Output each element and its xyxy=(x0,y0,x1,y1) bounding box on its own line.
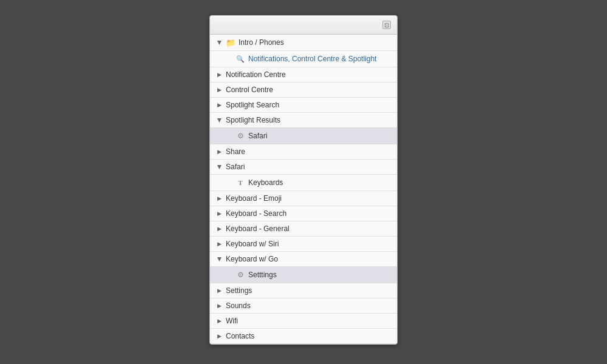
tree-item-keyboards-sub[interactable]: TKeyboards xyxy=(210,175,397,191)
item-label: Keyboard w/ Go xyxy=(226,255,278,263)
arrow-icon xyxy=(215,286,223,295)
panel-collapse-icon[interactable] xyxy=(382,21,391,29)
arrow-icon xyxy=(215,163,223,171)
arrow-icon xyxy=(215,317,223,325)
arrow-icon xyxy=(215,86,223,94)
item-label: Share xyxy=(226,147,245,156)
tree-item-keyboard-go[interactable]: Keyboard w/ Go xyxy=(210,252,397,267)
tree-item-control-centre[interactable]: Control Centre xyxy=(210,83,397,98)
gear-icon: ⚙ xyxy=(236,270,245,280)
item-label: Sounds xyxy=(226,302,251,310)
arrow-icon xyxy=(215,116,223,124)
tree-item-keyboard-siri[interactable]: Keyboard w/ Siri xyxy=(210,237,397,252)
item-label: Notification Centre xyxy=(226,70,286,79)
arrow-icon xyxy=(215,147,223,156)
tree-list: 📁Intro / Phones🔍Notifications, Control C… xyxy=(210,35,397,344)
item-label: Intro / Phones xyxy=(239,38,284,47)
arrow-icon xyxy=(215,38,223,47)
arrow-icon xyxy=(215,101,223,109)
tree-item-intro-phones[interactable]: 📁Intro / Phones xyxy=(210,35,397,51)
item-label: Safari xyxy=(226,163,245,171)
item-label: Keyboard - Search xyxy=(226,209,287,218)
tree-item-wifi[interactable]: Wifi xyxy=(210,314,397,329)
arrow-icon xyxy=(215,332,223,340)
arrow-icon xyxy=(215,302,223,310)
item-label: Spotlight Search xyxy=(226,101,279,109)
item-label: Safari xyxy=(248,132,267,140)
item-label: Notifications, Control Centre & Spotligh… xyxy=(248,55,376,63)
item-label: Contacts xyxy=(226,332,254,340)
item-label: Control Centre xyxy=(226,86,273,94)
tree-item-settings[interactable]: Settings xyxy=(210,283,397,298)
gear-icon: ⚙ xyxy=(236,131,245,141)
folder-icon: 📁 xyxy=(226,38,236,47)
panel: 📁Intro / Phones🔍Notifications, Control C… xyxy=(209,15,398,345)
tree-item-sounds[interactable]: Sounds xyxy=(210,298,397,314)
item-label: Keyboard w/ Siri xyxy=(226,240,279,248)
tree-item-notification-centre[interactable]: Notification Centre xyxy=(210,67,397,83)
arrow-icon xyxy=(215,224,223,233)
panel-header xyxy=(210,16,397,35)
item-label: Setttings xyxy=(248,271,277,279)
tree-item-keyboard-search[interactable]: Keyboard - Search xyxy=(210,206,397,221)
item-label: Spotlight Results xyxy=(226,116,280,124)
tree-item-keyboard-general[interactable]: Keyboard - General xyxy=(210,221,397,237)
item-label: Keyboard - Emoji xyxy=(226,194,282,203)
arrow-icon xyxy=(215,255,223,263)
text-icon: T xyxy=(236,178,245,187)
tree-item-safari-sub[interactable]: ⚙Safari xyxy=(210,128,397,144)
tree-item-contacts[interactable]: Contacts xyxy=(210,329,397,344)
arrow-icon xyxy=(215,70,223,79)
tree-item-notifications-control[interactable]: 🔍Notifications, Control Centre & Spotlig… xyxy=(210,51,397,67)
search-icon: 🔍 xyxy=(236,54,245,64)
tree-item-safari[interactable]: Safari xyxy=(210,160,397,175)
tree-item-keyboard-emoji[interactable]: Keyboard - Emoji xyxy=(210,191,397,206)
arrow-icon xyxy=(215,209,223,218)
tree-item-setttings-sub[interactable]: ⚙Setttings xyxy=(210,267,397,283)
tree-item-spotlight-results[interactable]: Spotlight Results xyxy=(210,113,397,128)
item-label: Keyboard - General xyxy=(226,224,290,233)
item-label: Wifi xyxy=(226,317,238,325)
item-label: Keyboards xyxy=(248,178,283,187)
tree-item-spotlight-search[interactable]: Spotlight Search xyxy=(210,98,397,113)
item-label: Settings xyxy=(226,286,252,295)
arrow-icon xyxy=(215,240,223,248)
arrow-icon xyxy=(215,194,223,203)
tree-item-share[interactable]: Share xyxy=(210,144,397,160)
